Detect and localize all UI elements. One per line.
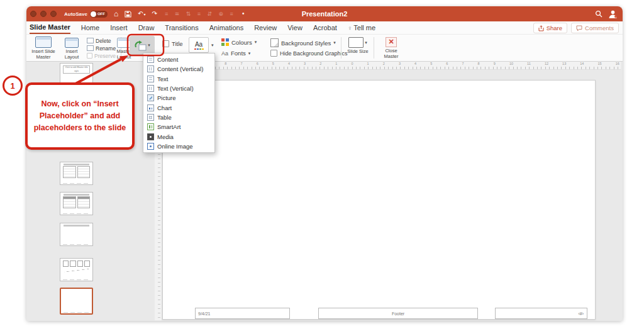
menu-item-content-vertical[interactable]: Content (Vertical) xyxy=(143,64,214,74)
insert-slide-master-label: Insert Slide Master xyxy=(29,49,58,60)
insert-slide-master-button[interactable]: Insert Slide Master xyxy=(29,36,58,60)
tell-me-label: Tell me xyxy=(353,24,375,31)
close-master-icon: ✕ xyxy=(386,37,397,47)
menu-item-table[interactable]: Table xyxy=(143,113,214,122)
thumbnail-blank-layout-selected[interactable] xyxy=(60,288,93,315)
tab-view[interactable]: View xyxy=(287,22,303,33)
thumbnail-two-content-layout[interactable] xyxy=(60,162,93,185)
comment-icon xyxy=(576,25,582,31)
thumbnail-content-layout[interactable] xyxy=(60,258,93,281)
preserve-checkbox-icon xyxy=(87,53,92,59)
menu-item-online-image[interactable]: Online Image xyxy=(143,142,214,151)
rename-icon xyxy=(87,45,94,51)
thumbnail-footer-line xyxy=(63,183,90,184)
ruler-number: 3 xyxy=(304,62,306,65)
ruler-number: 1 xyxy=(367,62,369,65)
minimize-window-button[interactable] xyxy=(40,11,47,17)
tab-review[interactable]: Review xyxy=(254,22,277,33)
tab-transitions[interactable]: Transitions xyxy=(165,22,198,33)
overflow-icon[interactable]: • xyxy=(242,6,245,21)
menu-item-smartart[interactable]: SmartArt xyxy=(143,122,214,132)
search-icon[interactable] xyxy=(595,10,602,18)
picture-icon xyxy=(147,94,154,101)
slide-size-dropdown-icon: ▾ xyxy=(365,40,367,45)
date-placeholder[interactable]: 9/4/21 xyxy=(195,308,290,319)
colours-dropdown-icon: ▾ xyxy=(255,40,257,45)
menu-item-picture[interactable]: Picture xyxy=(143,93,214,103)
ruler-number: 9 xyxy=(494,62,496,65)
save-icon[interactable] xyxy=(125,11,131,18)
insert-slide-master-icon xyxy=(35,36,52,48)
thumbnail-title-line xyxy=(64,225,89,227)
thumbnail-content-box xyxy=(77,196,91,208)
menu-item-label: SmartArt xyxy=(157,123,180,130)
background-styles-button[interactable]: Background Styles ▾ xyxy=(270,38,336,47)
insert-placeholder-icon xyxy=(134,40,147,51)
close-window-button[interactable] xyxy=(30,11,36,17)
colours-button[interactable]: Colours ▾ xyxy=(221,38,257,46)
ruler-number: 2 xyxy=(383,62,385,65)
tab-home[interactable]: Home xyxy=(81,22,99,33)
tab-slide-master[interactable]: Slide Master xyxy=(30,21,70,34)
slide-canvas[interactable]: 9/4/21 Footer ‹#› xyxy=(162,80,596,320)
comments-button[interactable]: Comments xyxy=(571,23,619,33)
thumbnail-title-placeholder: Click to edit Master title style xyxy=(63,65,90,74)
menu-item-text-vertical[interactable]: Text (Vertical) xyxy=(143,84,214,93)
zoom-window-button[interactable] xyxy=(50,11,57,17)
undo-dropdown-icon[interactable]: ▾ xyxy=(144,12,146,16)
ruler-number: 8 xyxy=(225,62,226,65)
autosave-toggle[interactable]: OFF xyxy=(90,11,108,18)
tab-draw[interactable]: Draw xyxy=(138,22,155,33)
redo-icon[interactable]: ↷ xyxy=(152,6,157,21)
fonts-button[interactable]: Aa Fonts ▾ xyxy=(221,50,250,57)
share-button[interactable]: Share xyxy=(533,23,567,33)
thumbnail-placeholder-box xyxy=(63,261,69,267)
theme-gallery-button[interactable]: Aa ▾ xyxy=(189,37,214,53)
thumbnail-content-box xyxy=(63,196,76,208)
menu-item-label: Content (Vertical) xyxy=(157,65,203,72)
tab-acrobat[interactable]: Acrobat xyxy=(313,22,337,33)
annotation-callout-text: Now, click on “Insert Placeholder” and a… xyxy=(28,97,132,135)
menu-item-text[interactable]: Text xyxy=(143,74,214,84)
insert-placeholder-button[interactable]: ▾ xyxy=(130,36,155,55)
footer-placeholder[interactable]: Footer xyxy=(318,308,478,319)
thumbnail-placeholder-box xyxy=(77,261,83,267)
fonts-icon: Aa xyxy=(221,50,228,57)
tab-tell-me[interactable]: ♀Tell me xyxy=(348,22,375,34)
hide-background-graphics-checkbox[interactable]: Hide Background Graphics xyxy=(270,50,348,57)
ruler-number: 6 xyxy=(446,62,448,65)
content-icon xyxy=(147,56,154,63)
close-master-label: Close Master xyxy=(377,48,405,59)
close-master-button[interactable]: ✕ Close Master xyxy=(377,37,405,59)
background-styles-icon xyxy=(270,38,279,47)
menu-item-chart[interactable]: Chart xyxy=(143,103,214,112)
user-avatar[interactable] xyxy=(608,9,618,19)
slide-number-placeholder[interactable]: ‹#› xyxy=(495,308,587,319)
thumbnail-scribble xyxy=(64,268,89,273)
thumbnail-title-only-layout[interactable] xyxy=(60,223,93,246)
title-checkbox-icon xyxy=(162,40,169,47)
tab-insert[interactable]: Insert xyxy=(110,22,128,33)
menu-item-label: Text (Vertical) xyxy=(157,85,194,92)
text-icon xyxy=(147,76,154,82)
slide-size-icon xyxy=(348,37,364,48)
menu-item-content[interactable]: Content xyxy=(143,55,214,64)
undo-icon[interactable]: ↶ xyxy=(138,6,143,21)
step-number: 1 xyxy=(10,81,14,91)
insert-layout-button[interactable]: Insert Layout xyxy=(59,38,84,60)
toggle-knob xyxy=(91,11,96,17)
title-checkbox[interactable]: Title xyxy=(162,40,183,47)
slide-size-button[interactable]: ▾ Slide Size xyxy=(345,37,371,55)
colours-icon xyxy=(221,38,229,46)
powerpoint-window: AutoSave OFF ⌂ ↶▾ ↷ ≡ ≅ ⇅ ≡ ⇵ ⊕ ≡ • Pres… xyxy=(26,6,623,321)
tab-animations[interactable]: Animations xyxy=(209,22,243,33)
thumbnail-comparison-layout[interactable] xyxy=(60,192,93,215)
master-layout-icon xyxy=(117,38,131,48)
delete-icon xyxy=(87,38,94,43)
home-icon[interactable]: ⌂ xyxy=(114,6,118,21)
theme-gallery-dropdown-icon[interactable]: ▾ xyxy=(211,43,214,48)
menu-item-label: Media xyxy=(157,133,174,140)
screenshot-canvas: AutoSave OFF ⌂ ↶▾ ↷ ≡ ≅ ⇅ ≡ ⇵ ⊕ ≡ • Pres… xyxy=(0,0,644,331)
annotation-callout: Now, click on “Insert Placeholder” and a… xyxy=(25,82,135,150)
menu-item-media[interactable]: Media xyxy=(143,132,214,141)
